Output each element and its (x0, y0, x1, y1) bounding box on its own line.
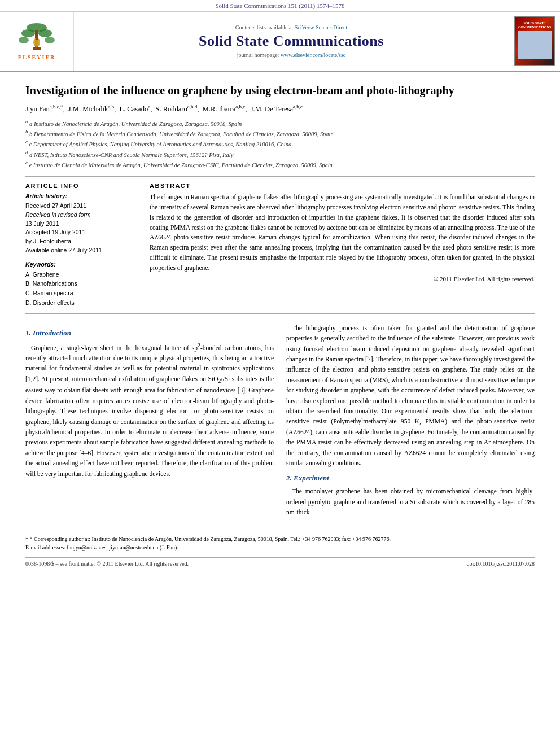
corresponding-footnote: * * Corresponding author at: Instituto d… (25, 535, 535, 543)
author-michalik: J.M. Michalik (68, 105, 108, 113)
author-michalik-super: a,b (108, 104, 114, 110)
accepted-date: Accepted 19 July 2011 (25, 228, 138, 237)
author-ibarra: M.R. Ibarra (203, 105, 236, 113)
affil-c: c c Department of Applied Physics, Nanji… (25, 138, 535, 148)
keyword-d: D. Disorder effects (25, 298, 138, 308)
author-deteresa-super: a,b,e (293, 104, 303, 110)
intro-title: 1. Introduction (25, 329, 274, 338)
received-date: Received 27 April 2011 (25, 202, 138, 211)
article-info-heading: ARTICLE INFO (25, 182, 138, 189)
author-jiyu: Jiyu Fan (25, 105, 50, 113)
main-content: Investigation of the influence on graphe… (0, 72, 560, 578)
received-revised-label: Received in revised form (25, 211, 138, 220)
svg-rect-9 (36, 38, 38, 40)
copyright-line: © 2011 Elsevier Ltd. All rights reserved… (150, 276, 535, 282)
svg-point-4 (19, 37, 29, 43)
body-right-col: The lithography process is often taken f… (286, 323, 535, 521)
sciverse-line: Contents lists available at SciVerse Sci… (235, 24, 348, 30)
elsevier-tree-icon (17, 22, 56, 53)
author-casado: L. Casado (119, 105, 148, 113)
keywords-section: Keywords: A. Graphene B. Nanofabrication… (25, 261, 138, 308)
article-title: Investigation of the influence on graphe… (25, 83, 535, 98)
elsevier-logo-area: ELSEVIER (0, 12, 73, 71)
doi-info: doi:10.1016/j.ssc.2011.07.028 (467, 561, 535, 567)
elsevier-logo: ELSEVIER (17, 22, 56, 60)
author-deteresa: J.M. De Teresa (251, 105, 293, 113)
keywords-label: Keywords: (25, 261, 138, 268)
author-roddaro: S. Roddaro (156, 105, 187, 113)
right-paragraph-1: The lithography process is often taken f… (286, 323, 535, 468)
journal-citation: Solid State Communications 151 (2011) 15… (215, 2, 344, 9)
intro-paragraph-1: Graphene, a single-layer sheet in the he… (25, 341, 274, 479)
body-left-col: 1. Introduction Graphene, a single-layer… (25, 323, 274, 521)
elsevier-wordmark: ELSEVIER (18, 54, 56, 60)
journal-cover-area: solid state communications (509, 12, 560, 71)
journal-title: Solid State Communications (199, 33, 384, 50)
affil-e: e e Instituto de Ciencia de Materiales d… (25, 159, 535, 169)
abstract-heading: ABSTRACT (150, 182, 535, 189)
homepage-link[interactable]: www.elsevier.com/locate/ssc (281, 52, 345, 58)
divider-2 (25, 313, 535, 314)
affiliations: a a Instituto de Nanociencia de Aragón, … (25, 118, 535, 169)
authors-line: Jiyu Fana,b,c,*, J.M. Michalika,b, L. Ca… (25, 103, 535, 115)
history-label: Article history: (25, 193, 138, 199)
cover-title: solid state communications (515, 21, 554, 29)
page-header: ELSEVIER Contents lists available at Sci… (0, 12, 560, 72)
revised-date: 13 July 2011 (25, 220, 138, 229)
sciverse-link[interactable]: SciVerse ScienceDirect (295, 24, 348, 30)
keyword-b: B. Nanofabrications (25, 279, 138, 289)
body-columns: 1. Introduction Graphene, a single-layer… (25, 323, 535, 521)
author-jiyu-super: a,b,c,* (50, 104, 63, 110)
cover-artwork (518, 31, 552, 59)
author-ibarra-super: a,b,e (235, 104, 245, 110)
svg-point-5 (45, 37, 55, 43)
experiment-title: 2. Experiment (286, 474, 535, 483)
journal-homepage: journal homepage: www.elsevier.com/locat… (237, 52, 346, 58)
journal-header-center: Contents lists available at SciVerse Sci… (73, 12, 509, 71)
email-footnote: E-mail addresses: fanjyu@unizar.es, jiyu… (25, 543, 535, 552)
affil-d: d d NEST, Istituto Nanoscienze-CNR and S… (25, 149, 535, 159)
online-date: Available online 27 July 2011 (25, 246, 138, 255)
experiment-paragraph-1: The monolayer graphene has been obtained… (286, 486, 535, 517)
star-marker: * (25, 536, 30, 542)
bottom-bar: 0038-1098/$ – see front matter © 2011 El… (25, 557, 535, 567)
right-col-text: The lithography process is often taken f… (286, 323, 535, 468)
svg-point-3 (38, 29, 52, 37)
keyword-c: C. Raman spectra (25, 289, 138, 298)
author-casado-super: a (148, 104, 150, 110)
journal-cover-image: solid state communications (514, 16, 555, 66)
affil-a: a a Instituto de Nanociencia de Aragón, … (25, 118, 535, 128)
experiment-text: The monolayer graphene has been obtained… (286, 486, 535, 517)
issn-info: 0038-1098/$ – see front matter © 2011 El… (25, 561, 189, 567)
affil-b: b b Departamento de Física de la Materia… (25, 128, 535, 138)
info-abstract-columns: ARTICLE INFO Article history: Received 2… (25, 182, 535, 308)
article-info-col: ARTICLE INFO Article history: Received 2… (25, 182, 138, 308)
keyword-a: A. Graphene (25, 270, 138, 279)
handler: by J. Fontcuberta (25, 237, 138, 246)
divider-1 (25, 176, 535, 177)
svg-point-2 (21, 29, 35, 37)
footnote-area: * * Corresponding author at: Instituto d… (25, 530, 535, 552)
abstract-text: The changes in Raman spectra of graphene… (150, 193, 535, 273)
body-content: 1. Introduction Graphene, a single-layer… (25, 323, 535, 521)
intro-text: Graphene, a single-layer sheet in the he… (25, 341, 274, 479)
author-roddaro-super: a,b,d (187, 104, 198, 110)
journal-bar: Solid State Communications 151 (2011) 15… (0, 0, 560, 12)
abstract-col: ABSTRACT The changes in Raman spectra of… (150, 182, 535, 308)
svg-rect-7 (33, 47, 41, 50)
